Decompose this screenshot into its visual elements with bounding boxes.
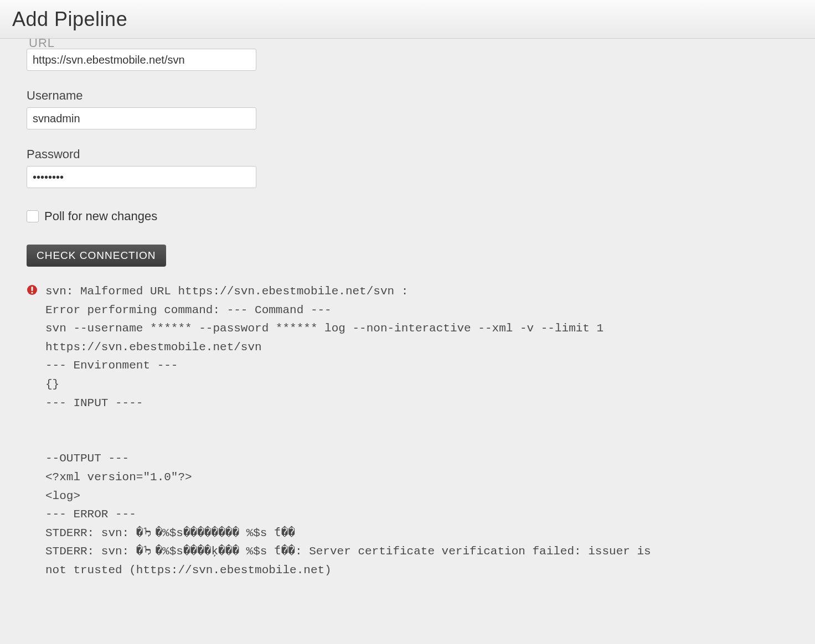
password-input[interactable] [27,166,256,188]
password-label: Password [27,147,788,162]
error-icon [27,284,38,295]
error-block: svn: Malformed URL https://svn.ebestmobi… [27,282,788,580]
username-label: Username [27,89,788,103]
poll-checkbox-row[interactable]: Poll for new changes [27,209,788,224]
svg-point-2 [31,292,33,293]
page-title: Add Pipeline [12,8,127,31]
check-connection-button[interactable]: CHECK CONNECTION [27,245,166,267]
svg-rect-1 [32,287,33,291]
page-header: Add Pipeline [0,0,815,39]
poll-checkbox-label: Poll for new changes [44,209,157,224]
username-input[interactable] [27,107,256,129]
form-content: URL Username Password Poll for new chang… [0,39,815,644]
url-field-group [27,49,788,71]
poll-checkbox[interactable] [27,210,39,222]
url-input[interactable] [27,49,256,71]
error-text: svn: Malformed URL https://svn.ebestmobi… [45,282,651,580]
